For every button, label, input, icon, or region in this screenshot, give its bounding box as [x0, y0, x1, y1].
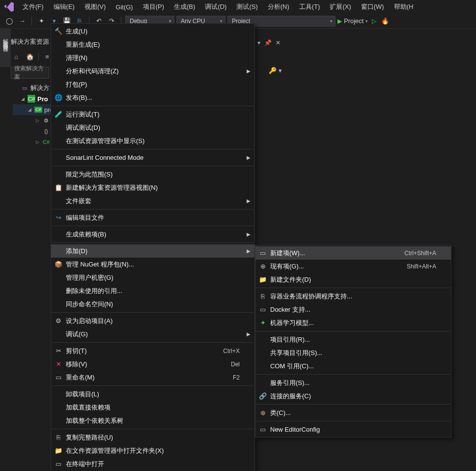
menu-item[interactable]: ▭在终端中打开 [51, 457, 254, 471]
menu-item[interactable]: 加载直接依赖项 [51, 401, 254, 414]
menu-item[interactable]: 加载整个依赖关系树 [51, 414, 254, 427]
menu-item[interactable]: 文件嵌套▶ [51, 194, 254, 207]
menubar-item[interactable]: 文件(F) [18, 0, 49, 13]
tree-file[interactable]: ◢ C# pro [13, 104, 54, 115]
menubar-item[interactable]: Git(G) [111, 1, 138, 13]
nav-fwd-icon[interactable]: → [17, 16, 28, 27]
menubar: 文件(F)编辑(E)视图(V)Git(G)项目(P)生成(B)调试(D)测试(S… [0, 0, 476, 14]
menu-item[interactable]: 📋新建解决方案资源管理器视图(N) [51, 181, 254, 194]
menu-item[interactable]: 共享项目引用(S)... [255, 346, 451, 359]
menu-item[interactable]: 🔗连接的服务(C) [255, 389, 451, 403]
menu-item[interactable]: 调试测试(D) [51, 121, 254, 134]
submenu-arrow-icon: ▶ [247, 232, 251, 237]
dropdown-icon[interactable]: ▾ [257, 39, 260, 46]
menu-label: 打包(P) [66, 80, 240, 89]
new-icon[interactable]: ✦ [36, 16, 47, 27]
menu-item[interactable]: 🧪运行测试(T) [51, 108, 254, 121]
menu-item[interactable]: 限定为此范围(S) [51, 168, 254, 181]
menu-item[interactable]: ⎘容器业务流程协调程序支持... [255, 290, 451, 303]
menu-item[interactable]: 添加(D)▶ [51, 244, 254, 258]
nav-back-icon[interactable]: ◯ [4, 16, 15, 27]
search-options-icon[interactable]: 🔑 ▾ [269, 67, 282, 74]
panel-controls: ▾ 📌 ✕ [257, 39, 280, 46]
expand-icon[interactable]: ◢ [20, 96, 26, 101]
menubar-item[interactable]: 分析(N) [263, 0, 294, 13]
search-input[interactable]: 搜索解决方案 [11, 67, 49, 79]
menubar-item[interactable]: 帮助(H [389, 0, 419, 13]
menubar-item[interactable]: 编辑(E) [49, 0, 80, 13]
menu-item[interactable]: ⎘复制完整路径(U) [51, 431, 254, 444]
close-icon[interactable]: ✕ [276, 39, 280, 46]
menu-item[interactable]: ⊕现有项(G)...Shift+Alt+A [255, 260, 451, 273]
ml-icon: ✦ [255, 319, 270, 326]
tree-solution[interactable]: ▭ 解决方 [13, 83, 54, 93]
expand-icon[interactable]: ◢ [27, 107, 32, 112]
menu-item[interactable]: 管理用户机密(G) [51, 271, 254, 284]
menu-label: 重命名(M) [66, 373, 218, 382]
menu-item[interactable]: 服务引用(S)... [255, 376, 451, 389]
menu-item[interactable]: 重新生成(E) [51, 38, 254, 51]
menubar-item[interactable]: 测试(S) [231, 0, 262, 13]
menu-item[interactable]: 调试(G)▶ [51, 327, 254, 341]
menubar-item[interactable]: 工具(T) [294, 0, 325, 13]
terminal-icon: ▭ [51, 460, 66, 468]
expand-icon[interactable]: ▷ [34, 140, 40, 145]
menu-item[interactable]: 📁新建文件夹(D) [255, 273, 451, 286]
menu-label: Docker 支持... [270, 305, 436, 314]
start-nodbg-icon[interactable]: ▷ [372, 18, 376, 25]
menubar-item[interactable]: 窗口(W) [356, 0, 389, 13]
expand-icon[interactable]: ▷ [34, 118, 40, 123]
menu-item[interactable]: 🌐发布(B)... [51, 91, 254, 104]
menu-label: 共享项目引用(S)... [270, 349, 436, 357]
start-label[interactable]: Project [344, 17, 364, 25]
hot-reload-icon[interactable]: 🔥 [381, 17, 389, 25]
menu-item[interactable]: ▭Docker 支持... [255, 303, 451, 316]
tree-item[interactable]: {} [13, 126, 54, 137]
menu-label: 发布(B)... [66, 93, 240, 102]
menu-item[interactable]: ✂剪切(T)Ctrl+X [51, 344, 254, 357]
menubar-item[interactable]: 调试(D) [200, 0, 231, 13]
flask-icon: 🧪 [51, 111, 66, 118]
menu-item[interactable]: 卸载项目(L) [51, 387, 254, 401]
menu-item[interactable]: ▭重命名(M)F2 [51, 371, 254, 384]
menu-item[interactable]: 项目引用(R)... [255, 333, 451, 346]
menu-item[interactable]: 打包(P) [51, 78, 254, 91]
class-icon: ⊕ [255, 409, 270, 416]
menu-item[interactable]: ▭新建项(W)...Ctrl+Shift+A [255, 246, 451, 260]
menubar-item[interactable]: 扩展(X) [325, 0, 356, 13]
menu-label: 服务引用(S)... [270, 379, 436, 387]
solution-explorer-tab[interactable]: 解决方案资源管理器 [0, 31, 11, 67]
menu-item[interactable]: ▭New EditorConfig [255, 423, 451, 436]
csharp-project-icon: C# [28, 95, 35, 103]
tree-dependencies[interactable]: ▷ ⚙ [13, 115, 54, 126]
menu-item[interactable]: ⊕类(C)... [255, 406, 451, 419]
menu-shortcut: Ctrl+X [223, 348, 240, 354]
menubar-item[interactable]: 生成(B) [169, 0, 200, 13]
file-icon: ▭ [255, 426, 270, 433]
menu-item[interactable]: 生成依赖项(B)▶ [51, 228, 254, 241]
pin-icon[interactable]: 📌 [264, 39, 272, 46]
menu-item[interactable]: 📁在文件资源管理器中打开文件夹(X) [51, 444, 254, 457]
menu-item[interactable]: ✦机器学习模型... [255, 316, 451, 329]
home-icon[interactable]: ⌂ [11, 51, 22, 62]
tree-project[interactable]: ◢ C# Pro [13, 93, 54, 104]
menu-label: 剪切(T) [66, 347, 208, 355]
start-debug-icon[interactable]: ▶ [337, 18, 342, 25]
menu-label: 文件嵌套 [66, 197, 240, 206]
menu-item[interactable]: 📦管理 NuGet 程序包(N)... [51, 258, 254, 271]
menu-item[interactable]: 同步命名空间(N) [51, 297, 254, 311]
menu-item[interactable]: 在测试资源管理器中显示(S) [51, 134, 254, 147]
home2-icon[interactable]: 🏠 [25, 51, 35, 62]
menu-item[interactable]: 🔨生成(U) [51, 25, 254, 38]
tree-cs-file[interactable]: ▷ C# [13, 137, 54, 147]
menu-item[interactable]: ⚙设为启动项目(A) [51, 314, 254, 327]
menu-item[interactable]: 清理(N) [51, 51, 254, 64]
menu-item[interactable]: COM 引用(C)... [255, 359, 451, 373]
menubar-item[interactable]: 项目(P) [138, 0, 169, 13]
menu-item[interactable]: 删除未使用的引用... [51, 284, 254, 297]
menubar-item[interactable]: 视图(V) [80, 0, 111, 13]
menu-item[interactable]: ↪编辑项目文件 [51, 211, 254, 224]
menu-item[interactable]: SonarLint Connected Mode▶ [51, 151, 254, 164]
menu-item[interactable]: 分析和代码清理(Z)▶ [51, 64, 254, 78]
menu-item[interactable]: ✕移除(V)Del [51, 357, 254, 371]
